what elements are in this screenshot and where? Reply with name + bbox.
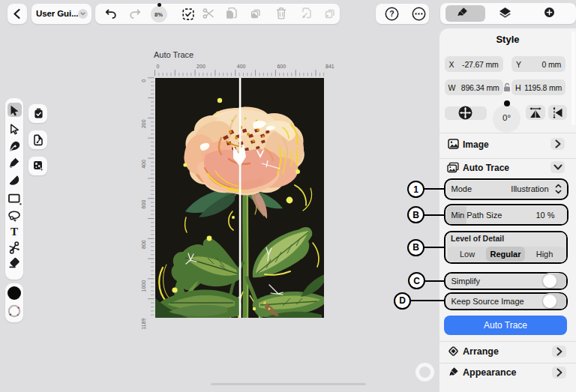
svg-text:1189: 1189	[142, 319, 147, 330]
svg-text:200: 200	[196, 64, 206, 69]
svg-text:0: 0	[157, 64, 160, 69]
svg-text:600: 600	[142, 200, 147, 209]
svg-text:0: 0	[142, 79, 147, 82]
svg-text:200: 200	[142, 119, 147, 128]
svg-text:?: ?	[389, 9, 394, 18]
svg-text:800: 800	[142, 240, 147, 249]
svg-text:1000: 1000	[142, 280, 147, 292]
svg-text:600: 600	[277, 64, 286, 69]
svg-text:400: 400	[237, 64, 246, 69]
svg-text:400: 400	[142, 160, 147, 169]
svg-text:841: 841	[326, 64, 334, 69]
